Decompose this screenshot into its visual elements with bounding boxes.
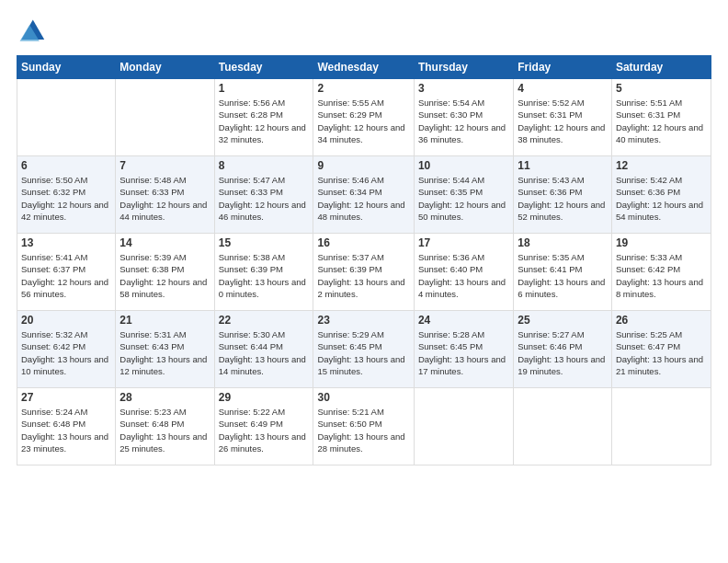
calendar-cell: 19Sunrise: 5:33 AMSunset: 6:42 PMDayligh…	[611, 234, 711, 311]
day-number: 26	[616, 314, 707, 327]
calendar-row-4: 27Sunrise: 5:24 AMSunset: 6:48 PMDayligh…	[17, 388, 711, 465]
calendar-cell	[414, 388, 513, 465]
day-number: 27	[21, 391, 111, 404]
logo-icon	[17, 17, 46, 46]
day-info: Sunrise: 5:52 AMSunset: 6:31 PMDaylight:…	[518, 97, 608, 145]
day-number: 1	[219, 82, 310, 95]
weekday-header-thursday: Thursday	[414, 56, 513, 79]
calendar-cell: 10Sunrise: 5:44 AMSunset: 6:35 PMDayligh…	[414, 156, 513, 234]
calendar-cell	[17, 79, 116, 156]
day-info: Sunrise: 5:48 AMSunset: 6:33 PMDaylight:…	[119, 174, 210, 223]
day-info: Sunrise: 5:43 AMSunset: 6:36 PMDaylight:…	[518, 174, 608, 223]
day-info: Sunrise: 5:32 AMSunset: 6:42 PMDaylight:…	[21, 328, 111, 377]
calendar-row-0: 1Sunrise: 5:56 AMSunset: 6:28 PMDaylight…	[17, 79, 711, 156]
day-number: 20	[21, 314, 111, 327]
calendar-cell: 9Sunrise: 5:46 AMSunset: 6:34 PMDaylight…	[313, 156, 414, 234]
day-number: 12	[616, 159, 707, 172]
day-number: 21	[119, 314, 210, 327]
day-number: 7	[119, 159, 210, 172]
page: SundayMondayTuesdayWednesdayThursdayFrid…	[0, 0, 728, 563]
day-info: Sunrise: 5:47 AMSunset: 6:33 PMDaylight:…	[219, 174, 310, 223]
calendar-cell: 14Sunrise: 5:39 AMSunset: 6:38 PMDayligh…	[116, 234, 214, 311]
weekday-header-tuesday: Tuesday	[214, 56, 313, 79]
calendar-cell: 15Sunrise: 5:38 AMSunset: 6:39 PMDayligh…	[214, 234, 313, 311]
day-number: 23	[317, 314, 409, 327]
day-info: Sunrise: 5:51 AMSunset: 6:31 PMDaylight:…	[616, 97, 707, 145]
calendar-cell: 7Sunrise: 5:48 AMSunset: 6:33 PMDaylight…	[116, 156, 214, 234]
day-info: Sunrise: 5:27 AMSunset: 6:46 PMDaylight:…	[518, 328, 608, 377]
weekday-header-sunday: Sunday	[17, 56, 116, 79]
day-info: Sunrise: 5:36 AMSunset: 6:40 PMDaylight:…	[418, 251, 509, 300]
calendar-cell: 2Sunrise: 5:55 AMSunset: 6:29 PMDaylight…	[313, 79, 414, 156]
day-number: 9	[317, 159, 409, 172]
calendar-cell: 23Sunrise: 5:29 AMSunset: 6:45 PMDayligh…	[313, 311, 414, 388]
day-number: 16	[317, 236, 409, 249]
calendar-cell: 30Sunrise: 5:21 AMSunset: 6:50 PMDayligh…	[313, 388, 414, 465]
calendar-cell: 25Sunrise: 5:27 AMSunset: 6:46 PMDayligh…	[514, 311, 612, 388]
day-info: Sunrise: 5:42 AMSunset: 6:36 PMDaylight:…	[616, 174, 707, 223]
calendar-cell: 18Sunrise: 5:35 AMSunset: 6:41 PMDayligh…	[514, 234, 612, 311]
calendar-cell: 6Sunrise: 5:50 AMSunset: 6:32 PMDaylight…	[17, 156, 116, 234]
calendar-cell: 4Sunrise: 5:52 AMSunset: 6:31 PMDaylight…	[514, 79, 612, 156]
calendar-cell: 24Sunrise: 5:28 AMSunset: 6:45 PMDayligh…	[414, 311, 513, 388]
calendar-row-3: 20Sunrise: 5:32 AMSunset: 6:42 PMDayligh…	[17, 311, 711, 388]
day-number: 3	[418, 82, 509, 95]
day-info: Sunrise: 5:50 AMSunset: 6:32 PMDaylight:…	[21, 174, 111, 223]
calendar-row-1: 6Sunrise: 5:50 AMSunset: 6:32 PMDaylight…	[17, 156, 711, 234]
day-info: Sunrise: 5:30 AMSunset: 6:44 PMDaylight:…	[219, 328, 310, 377]
weekday-header-wednesday: Wednesday	[313, 56, 414, 79]
day-number: 24	[418, 314, 509, 327]
day-info: Sunrise: 5:41 AMSunset: 6:37 PMDaylight:…	[21, 251, 111, 300]
day-info: Sunrise: 5:33 AMSunset: 6:42 PMDaylight:…	[616, 251, 707, 300]
day-number: 15	[219, 236, 310, 249]
day-info: Sunrise: 5:35 AMSunset: 6:41 PMDaylight:…	[518, 251, 608, 300]
day-info: Sunrise: 5:38 AMSunset: 6:39 PMDaylight:…	[219, 251, 310, 300]
calendar-cell: 26Sunrise: 5:25 AMSunset: 6:47 PMDayligh…	[611, 311, 711, 388]
calendar-cell: 1Sunrise: 5:56 AMSunset: 6:28 PMDaylight…	[214, 79, 313, 156]
day-number: 19	[616, 236, 707, 249]
day-number: 2	[317, 82, 409, 95]
day-info: Sunrise: 5:55 AMSunset: 6:29 PMDaylight:…	[317, 97, 409, 145]
day-number: 5	[616, 82, 707, 95]
day-info: Sunrise: 5:22 AMSunset: 6:49 PMDaylight:…	[219, 406, 310, 454]
header	[17, 17, 711, 46]
day-info: Sunrise: 5:37 AMSunset: 6:39 PMDaylight:…	[317, 251, 409, 300]
day-info: Sunrise: 5:24 AMSunset: 6:48 PMDaylight:…	[21, 406, 111, 454]
calendar-cell: 21Sunrise: 5:31 AMSunset: 6:43 PMDayligh…	[116, 311, 214, 388]
day-number: 6	[21, 159, 111, 172]
calendar-cell: 5Sunrise: 5:51 AMSunset: 6:31 PMDaylight…	[611, 79, 711, 156]
day-number: 18	[518, 236, 608, 249]
day-number: 8	[219, 159, 310, 172]
calendar-cell: 27Sunrise: 5:24 AMSunset: 6:48 PMDayligh…	[17, 388, 116, 465]
day-info: Sunrise: 5:23 AMSunset: 6:48 PMDaylight:…	[119, 406, 210, 454]
day-number: 11	[518, 159, 608, 172]
calendar-cell	[514, 388, 612, 465]
calendar-cell: 8Sunrise: 5:47 AMSunset: 6:33 PMDaylight…	[214, 156, 313, 234]
day-number: 28	[119, 391, 210, 404]
day-info: Sunrise: 5:44 AMSunset: 6:35 PMDaylight:…	[418, 174, 509, 223]
day-info: Sunrise: 5:25 AMSunset: 6:47 PMDaylight:…	[616, 328, 707, 377]
weekday-header-row: SundayMondayTuesdayWednesdayThursdayFrid…	[17, 56, 711, 79]
day-number: 30	[317, 391, 409, 404]
day-info: Sunrise: 5:31 AMSunset: 6:43 PMDaylight:…	[119, 328, 210, 377]
weekday-header-saturday: Saturday	[611, 56, 711, 79]
weekday-header-friday: Friday	[514, 56, 612, 79]
calendar-cell: 22Sunrise: 5:30 AMSunset: 6:44 PMDayligh…	[214, 311, 313, 388]
calendar-cell: 12Sunrise: 5:42 AMSunset: 6:36 PMDayligh…	[611, 156, 711, 234]
calendar-cell	[116, 79, 214, 156]
day-info: Sunrise: 5:56 AMSunset: 6:28 PMDaylight:…	[219, 97, 310, 145]
day-info: Sunrise: 5:39 AMSunset: 6:38 PMDaylight:…	[119, 251, 210, 300]
day-info: Sunrise: 5:46 AMSunset: 6:34 PMDaylight:…	[317, 174, 409, 223]
calendar-cell: 11Sunrise: 5:43 AMSunset: 6:36 PMDayligh…	[514, 156, 612, 234]
calendar-cell: 13Sunrise: 5:41 AMSunset: 6:37 PMDayligh…	[17, 234, 116, 311]
day-info: Sunrise: 5:28 AMSunset: 6:45 PMDaylight:…	[418, 328, 509, 377]
calendar-cell: 17Sunrise: 5:36 AMSunset: 6:40 PMDayligh…	[414, 234, 513, 311]
calendar-cell: 28Sunrise: 5:23 AMSunset: 6:48 PMDayligh…	[116, 388, 214, 465]
day-number: 4	[518, 82, 608, 95]
day-number: 17	[418, 236, 509, 249]
calendar-cell: 3Sunrise: 5:54 AMSunset: 6:30 PMDaylight…	[414, 79, 513, 156]
day-number: 29	[219, 391, 310, 404]
logo	[17, 17, 50, 46]
day-number: 13	[21, 236, 111, 249]
day-info: Sunrise: 5:54 AMSunset: 6:30 PMDaylight:…	[418, 97, 509, 145]
